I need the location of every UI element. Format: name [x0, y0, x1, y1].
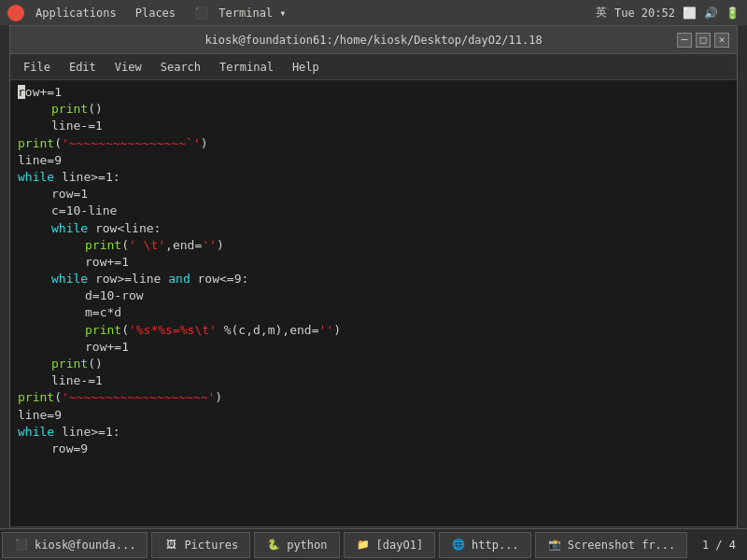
workspace-pager: 1 / 4	[695, 539, 743, 552]
battery-icon: 🔋	[726, 7, 740, 20]
maximize-button[interactable]: □	[696, 33, 711, 48]
window-title: kiosk@foundation61:/home/kiosk/Desktop/d…	[204, 34, 542, 47]
view-menu[interactable]: View	[106, 57, 151, 77]
taskbar-dayO1-label: [dayO1]	[376, 539, 424, 552]
menu-bar: File Edit View Search Terminal Help	[10, 54, 737, 80]
minimize-button[interactable]: ─	[677, 33, 692, 48]
close-button[interactable]: ✕	[714, 33, 729, 48]
taskbar-python-label: python	[287, 539, 327, 552]
applications-menu[interactable]: Applications	[28, 5, 124, 21]
terminal-window: kiosk@foundation61:/home/kiosk/Desktop/d…	[9, 25, 738, 548]
places-menu[interactable]: Places	[128, 5, 183, 21]
terminal-taskbar-icon: ⬛	[14, 538, 29, 553]
pictures-icon: 🖼	[163, 538, 178, 553]
taskbar-pictures[interactable]: 🖼 Pictures	[151, 532, 250, 558]
terminal-icon: ⬛	[194, 7, 208, 20]
search-menu[interactable]: Search	[151, 57, 210, 77]
taskbar-terminal-label: kiosk@founda...	[35, 539, 135, 552]
volume-icon: 🔊	[704, 7, 718, 20]
terminal-menu-item[interactable]: Terminal	[210, 57, 283, 77]
system-tray: 英 Tue 20:52 ⬜ 🔊 🔋	[596, 5, 740, 21]
file-menu[interactable]: File	[14, 57, 60, 77]
chevron-down-icon: ▾	[279, 7, 286, 20]
help-menu[interactable]: Help	[283, 57, 329, 77]
taskbar-browser-label: http...	[472, 539, 519, 552]
taskbar-browser[interactable]: 🌐 http...	[439, 532, 531, 558]
app-icon	[7, 5, 24, 21]
title-bar: kiosk@foundation61:/home/kiosk/Desktop/d…	[10, 26, 737, 54]
dayO1-icon: 📁	[356, 538, 371, 553]
taskbar-dayO1[interactable]: 📁 [dayO1]	[344, 532, 436, 558]
clock: Tue 20:52	[614, 7, 675, 20]
window-controls: ─ □ ✕	[677, 33, 729, 48]
taskbar: ⬛ kiosk@founda... 🖼 Pictures 🐍 python 📁 …	[0, 528, 747, 560]
edit-menu[interactable]: Edit	[60, 57, 106, 77]
taskbar-python[interactable]: 🐍 python	[254, 532, 339, 558]
python-icon: 🐍	[266, 538, 281, 553]
browser-icon: 🌐	[451, 538, 466, 553]
screenshot-icon: 📸	[547, 538, 562, 553]
taskbar-pictures-label: Pictures	[184, 539, 238, 552]
window-icon: ⬜	[683, 7, 697, 20]
locale-indicator: 英	[596, 5, 607, 21]
system-bar: Applications Places ⬛ Terminal ▾ 英 Tue 2…	[0, 0, 747, 25]
taskbar-screenshot[interactable]: 📸 Screenshot fr...	[535, 532, 688, 558]
terminal-content[interactable]: row+=1 print() line-=1 print('~~~~~~~~~~…	[10, 80, 737, 526]
taskbar-screenshot-label: Screenshot fr...	[568, 539, 676, 552]
terminal-menu[interactable]: ⬛ Terminal ▾	[187, 5, 294, 21]
taskbar-terminal[interactable]: ⬛ kiosk@founda...	[2, 532, 148, 558]
